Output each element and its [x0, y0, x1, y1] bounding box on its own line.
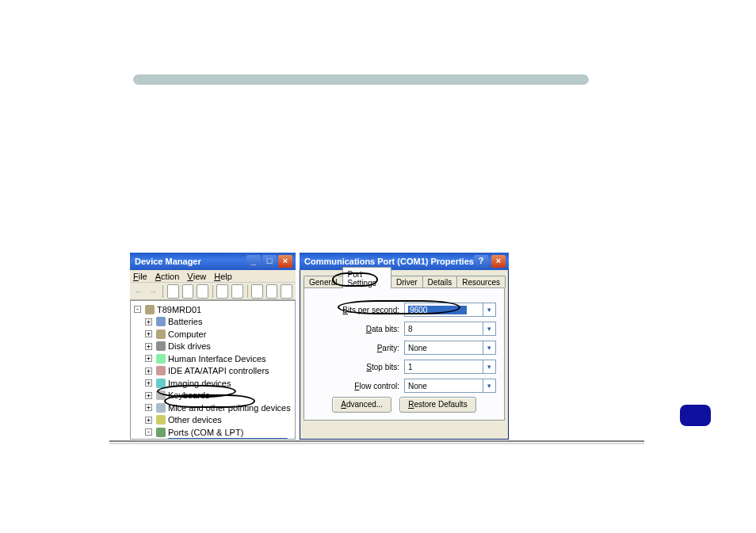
- node-computer[interactable]: +Computer: [145, 329, 206, 340]
- menu-file[interactable]: File: [133, 272, 147, 281]
- chevron-down-icon: ▾: [483, 360, 495, 373]
- device-manager-window: Device Manager _ □ × File Action View He…: [130, 253, 296, 440]
- node-other[interactable]: +Other devices: [145, 414, 222, 425]
- page-badge: [680, 405, 711, 426]
- port-icon: [156, 439, 166, 440]
- imaging-icon: [156, 379, 166, 388]
- node-com1[interactable]: Communications Port (COM1): [156, 438, 288, 440]
- node-ide[interactable]: +IDE ATA/ATAPI controllers: [145, 365, 269, 376]
- page-icon[interactable]: [197, 284, 208, 299]
- combo-bps[interactable]: 9600▾: [404, 303, 496, 317]
- advanced-button[interactable]: Advanced...: [332, 397, 391, 413]
- properties-icon[interactable]: [167, 284, 179, 299]
- combo-stopbits[interactable]: 1▾: [404, 360, 496, 374]
- combo-parity[interactable]: None▾: [404, 341, 496, 355]
- header-bar: [133, 74, 589, 85]
- label-flow: Flow control:: [354, 382, 399, 390]
- refresh-icon[interactable]: [231, 284, 243, 299]
- combo-databits[interactable]: 8▾: [404, 322, 496, 336]
- tab-general[interactable]: General: [304, 276, 343, 287]
- tab-driver[interactable]: Driver: [391, 276, 423, 287]
- properties-window: Communications Port (COM1) Properties ? …: [300, 253, 509, 440]
- forward-button: →: [147, 284, 158, 299]
- tab-port-settings[interactable]: Port Settings: [342, 267, 391, 288]
- node-disk[interactable]: +Disk drives: [145, 341, 211, 352]
- disable-icon[interactable]: [281, 284, 292, 299]
- dialog-body: General Port Settings Driver Details Res…: [300, 270, 509, 440]
- update-icon[interactable]: [266, 284, 278, 299]
- node-ports[interactable]: -Ports (COM & LPT): [145, 427, 243, 438]
- other-icon: [156, 415, 166, 424]
- close-button[interactable]: ×: [278, 255, 292, 268]
- restore-defaults-button[interactable]: Restore Defaults: [399, 397, 476, 413]
- minimize-button[interactable]: _: [246, 255, 261, 268]
- back-button: ←: [133, 284, 144, 299]
- maximize-button[interactable]: □: [262, 255, 277, 268]
- node-keyboards[interactable]: +Keyboards: [145, 390, 210, 401]
- tab-details[interactable]: Details: [422, 276, 458, 287]
- battery-icon: [156, 317, 166, 326]
- toolbar-separator: [162, 285, 163, 298]
- chevron-down-icon: ▾: [483, 341, 495, 354]
- computer-icon: [156, 329, 166, 339]
- menu-view[interactable]: View: [187, 272, 206, 281]
- node-batteries[interactable]: +Batteries: [145, 316, 202, 327]
- menu-action[interactable]: Action: [155, 272, 180, 281]
- device-tree[interactable]: -T89MRD01 +Batteries +Computer +Disk dri…: [130, 300, 296, 440]
- uninstall-icon[interactable]: [251, 284, 263, 299]
- label-stopbits: Stop bits:: [366, 363, 399, 371]
- disk-icon: [156, 341, 166, 351]
- scan-icon[interactable]: [216, 284, 228, 299]
- tab-panel: Bits per second: 9600▾ Data bits: 8▾ Par…: [304, 287, 505, 421]
- node-mice[interactable]: +Mice and other pointing devices: [145, 402, 291, 413]
- node-imaging[interactable]: +Imaging devices: [145, 378, 231, 389]
- chevron-down-icon: ▾: [483, 379, 495, 392]
- mouse-icon: [156, 403, 166, 413]
- toolbar-separator: [212, 285, 213, 298]
- tab-resources[interactable]: Resources: [456, 276, 506, 287]
- node-hid[interactable]: +Human Interface Devices: [145, 353, 266, 364]
- pp-titlebar[interactable]: Communications Port (COM1) Properties ? …: [300, 253, 509, 270]
- combo-flow[interactable]: None▾: [404, 379, 496, 393]
- print-icon[interactable]: [182, 284, 194, 299]
- dm-menubar: File Action View Help: [130, 270, 296, 283]
- bottom-rule: [109, 440, 644, 442]
- dm-toolbar: ← →: [130, 283, 296, 300]
- dm-titlebar[interactable]: Device Manager _ □ ×: [130, 253, 296, 270]
- keyboard-icon: [156, 390, 166, 400]
- label-parity: Parity:: [377, 344, 399, 352]
- close-button[interactable]: ×: [491, 255, 506, 268]
- bottom-rule-light: [109, 443, 644, 444]
- chevron-down-icon: ▾: [483, 303, 495, 316]
- computer-icon: [145, 305, 155, 314]
- tab-strip: General Port Settings Driver Details Res…: [304, 273, 505, 287]
- screenshot-area: Device Manager _ □ × File Action View He…: [130, 253, 526, 440]
- chevron-down-icon: ▾: [483, 322, 495, 335]
- port-icon: [156, 428, 166, 437]
- menu-help[interactable]: Help: [214, 272, 232, 281]
- ide-icon: [156, 366, 166, 375]
- toolbar-separator: [247, 285, 248, 298]
- help-button[interactable]: ?: [474, 255, 488, 268]
- hid-icon: [156, 354, 166, 364]
- pp-title: Communications Port (COM1) Properties: [303, 257, 474, 266]
- dm-title: Device Manager: [133, 257, 246, 266]
- root-node[interactable]: -T89MRD01: [134, 304, 201, 315]
- label-databits: Data bits:: [366, 325, 399, 333]
- label-bps: Bits per second:: [342, 306, 399, 314]
